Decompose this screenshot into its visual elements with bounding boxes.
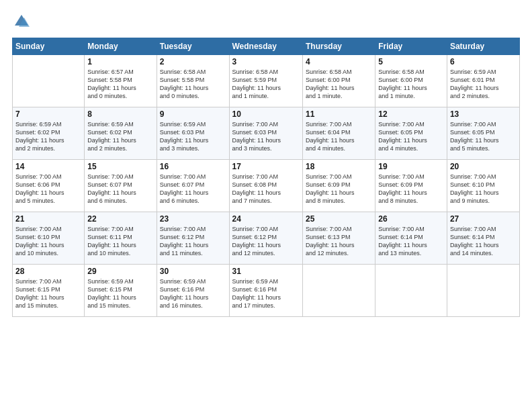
day-info: Sunrise: 6:59 AMSunset: 6:02 PMDaylight:… <box>87 120 153 153</box>
calendar-cell: 20Sunrise: 7:00 AMSunset: 6:10 PMDayligh… <box>447 160 519 212</box>
logo-icon <box>12 12 31 31</box>
header-row: Sunday Monday Tuesday Wednesday Thursday… <box>13 38 520 55</box>
week-row-1: 7Sunrise: 6:59 AMSunset: 6:02 PMDaylight… <box>13 107 520 160</box>
day-number: 10 <box>232 109 300 119</box>
day-info: Sunrise: 7:00 AMSunset: 6:09 PMDaylight:… <box>378 173 444 205</box>
day-info: Sunrise: 7:00 AMSunset: 6:10 PMDaylight:… <box>15 225 81 258</box>
col-tuesday: Tuesday <box>157 38 229 55</box>
col-saturday: Saturday <box>447 38 519 55</box>
day-info: Sunrise: 7:00 AMSunset: 6:07 PMDaylight:… <box>160 173 226 205</box>
day-number: 9 <box>160 109 226 119</box>
day-number: 15 <box>87 162 153 171</box>
day-number: 22 <box>87 214 153 224</box>
day-number: 11 <box>306 109 372 119</box>
calendar-cell <box>447 265 519 317</box>
day-number: 24 <box>232 214 300 224</box>
calendar-cell: 29Sunrise: 6:59 AMSunset: 6:15 PMDayligh… <box>85 265 157 317</box>
day-info: Sunrise: 7:00 AMSunset: 6:15 PMDaylight:… <box>15 277 81 310</box>
day-number: 29 <box>87 267 153 276</box>
logo <box>12 12 34 31</box>
calendar-cell: 31Sunrise: 6:59 AMSunset: 6:16 PMDayligh… <box>229 265 302 317</box>
week-row-3: 21Sunrise: 7:00 AMSunset: 6:10 PMDayligh… <box>13 212 520 265</box>
col-friday: Friday <box>375 38 447 55</box>
day-info: Sunrise: 7:00 AMSunset: 6:12 PMDaylight:… <box>232 225 300 258</box>
day-number: 25 <box>306 214 372 224</box>
day-info: Sunrise: 6:58 AMSunset: 6:00 PMDaylight:… <box>306 68 372 101</box>
calendar-cell: 17Sunrise: 7:00 AMSunset: 6:08 PMDayligh… <box>229 160 302 212</box>
day-info: Sunrise: 7:00 AMSunset: 6:06 PMDaylight:… <box>15 173 81 205</box>
week-row-2: 14Sunrise: 7:00 AMSunset: 6:06 PMDayligh… <box>13 160 520 212</box>
day-number: 1 <box>87 57 153 66</box>
col-monday: Monday <box>85 38 157 55</box>
day-number: 28 <box>15 267 81 276</box>
day-info: Sunrise: 6:57 AMSunset: 5:58 PMDaylight:… <box>87 68 153 101</box>
day-number: 13 <box>450 109 517 119</box>
day-number: 18 <box>306 162 372 171</box>
day-info: Sunrise: 7:00 AMSunset: 6:14 PMDaylight:… <box>378 225 444 258</box>
day-number: 19 <box>378 162 444 171</box>
calendar-cell: 8Sunrise: 6:59 AMSunset: 6:02 PMDaylight… <box>85 107 157 160</box>
calendar-cell: 25Sunrise: 7:00 AMSunset: 6:13 PMDayligh… <box>302 212 375 265</box>
day-info: Sunrise: 7:00 AMSunset: 6:03 PMDaylight:… <box>232 120 300 153</box>
calendar-cell: 10Sunrise: 7:00 AMSunset: 6:03 PMDayligh… <box>229 107 302 160</box>
day-number: 23 <box>160 214 226 224</box>
day-number: 7 <box>15 109 81 119</box>
day-number: 6 <box>450 57 517 66</box>
calendar-cell: 16Sunrise: 7:00 AMSunset: 6:07 PMDayligh… <box>157 160 229 212</box>
calendar-cell: 24Sunrise: 7:00 AMSunset: 6:12 PMDayligh… <box>229 212 302 265</box>
day-number: 5 <box>378 57 444 66</box>
day-info: Sunrise: 7:00 AMSunset: 6:09 PMDaylight:… <box>306 173 372 205</box>
day-info: Sunrise: 6:59 AMSunset: 6:03 PMDaylight:… <box>160 120 226 153</box>
day-number: 3 <box>232 57 300 66</box>
day-info: Sunrise: 7:00 AMSunset: 6:08 PMDaylight:… <box>232 173 300 205</box>
calendar-cell: 7Sunrise: 6:59 AMSunset: 6:02 PMDaylight… <box>13 107 85 160</box>
calendar-cell: 30Sunrise: 6:59 AMSunset: 6:16 PMDayligh… <box>157 265 229 317</box>
calendar-cell: 21Sunrise: 7:00 AMSunset: 6:10 PMDayligh… <box>13 212 85 265</box>
day-number: 26 <box>378 214 444 224</box>
day-info: Sunrise: 6:59 AMSunset: 6:16 PMDaylight:… <box>232 277 300 310</box>
calendar-cell: 26Sunrise: 7:00 AMSunset: 6:14 PMDayligh… <box>375 212 447 265</box>
calendar-cell: 11Sunrise: 7:00 AMSunset: 6:04 PMDayligh… <box>302 107 375 160</box>
col-wednesday: Wednesday <box>229 38 302 55</box>
calendar-cell <box>302 265 375 317</box>
week-row-0: 1Sunrise: 6:57 AMSunset: 5:58 PMDaylight… <box>13 55 520 107</box>
day-info: Sunrise: 7:00 AMSunset: 6:13 PMDaylight:… <box>306 225 372 258</box>
day-number: 20 <box>450 162 517 171</box>
calendar-cell <box>13 55 85 107</box>
day-info: Sunrise: 6:59 AMSunset: 6:02 PMDaylight:… <box>15 120 81 153</box>
day-number: 4 <box>306 57 372 66</box>
col-sunday: Sunday <box>13 38 85 55</box>
calendar-cell: 23Sunrise: 7:00 AMSunset: 6:12 PMDayligh… <box>157 212 229 265</box>
day-number: 30 <box>160 267 226 276</box>
day-number: 8 <box>87 109 153 119</box>
calendar-cell: 19Sunrise: 7:00 AMSunset: 6:09 PMDayligh… <box>375 160 447 212</box>
calendar-cell <box>375 265 447 317</box>
day-number: 12 <box>378 109 444 119</box>
calendar-cell: 5Sunrise: 6:58 AMSunset: 6:00 PMDaylight… <box>375 55 447 107</box>
calendar-cell: 1Sunrise: 6:57 AMSunset: 5:58 PMDaylight… <box>85 55 157 107</box>
day-info: Sunrise: 7:00 AMSunset: 6:07 PMDaylight:… <box>87 173 153 205</box>
day-info: Sunrise: 6:59 AMSunset: 6:01 PMDaylight:… <box>450 68 517 101</box>
day-number: 31 <box>232 267 300 276</box>
calendar-cell: 13Sunrise: 7:00 AMSunset: 6:05 PMDayligh… <box>447 107 519 160</box>
day-number: 2 <box>160 57 226 66</box>
day-info: Sunrise: 6:58 AMSunset: 5:58 PMDaylight:… <box>160 68 226 101</box>
calendar-cell: 6Sunrise: 6:59 AMSunset: 6:01 PMDaylight… <box>447 55 519 107</box>
header <box>12 12 520 31</box>
calendar-cell: 22Sunrise: 7:00 AMSunset: 6:11 PMDayligh… <box>85 212 157 265</box>
day-info: Sunrise: 7:00 AMSunset: 6:12 PMDaylight:… <box>160 225 226 258</box>
calendar-cell: 4Sunrise: 6:58 AMSunset: 6:00 PMDaylight… <box>302 55 375 107</box>
day-number: 21 <box>15 214 81 224</box>
day-number: 16 <box>160 162 226 171</box>
day-info: Sunrise: 7:00 AMSunset: 6:05 PMDaylight:… <box>450 120 517 153</box>
calendar-cell: 12Sunrise: 7:00 AMSunset: 6:05 PMDayligh… <box>375 107 447 160</box>
day-number: 14 <box>15 162 81 171</box>
calendar-cell: 14Sunrise: 7:00 AMSunset: 6:06 PMDayligh… <box>13 160 85 212</box>
day-info: Sunrise: 6:59 AMSunset: 6:16 PMDaylight:… <box>160 277 226 310</box>
calendar-cell: 2Sunrise: 6:58 AMSunset: 5:58 PMDaylight… <box>157 55 229 107</box>
calendar-cell: 15Sunrise: 7:00 AMSunset: 6:07 PMDayligh… <box>85 160 157 212</box>
col-thursday: Thursday <box>302 38 375 55</box>
day-info: Sunrise: 7:00 AMSunset: 6:10 PMDaylight:… <box>450 173 517 205</box>
calendar-cell: 9Sunrise: 6:59 AMSunset: 6:03 PMDaylight… <box>157 107 229 160</box>
calendar-table: Sunday Monday Tuesday Wednesday Thursday… <box>12 38 520 317</box>
